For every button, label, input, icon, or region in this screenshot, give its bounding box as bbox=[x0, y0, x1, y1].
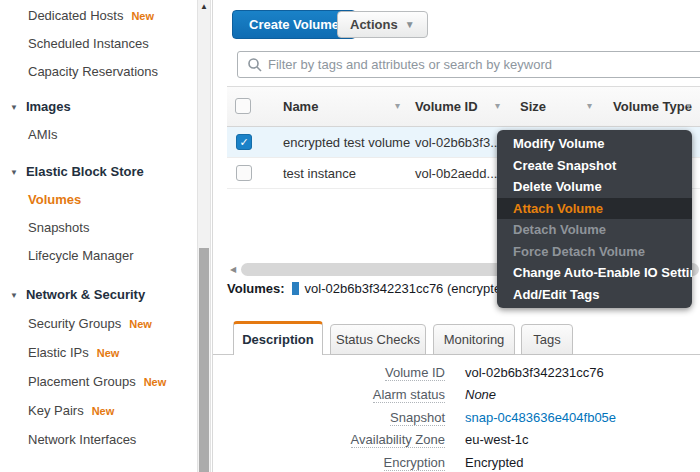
sidebar-item-capacity-reservations[interactable]: Capacity Reservations bbox=[28, 64, 158, 80]
menu-item-change-auto-enable-io[interactable]: Change Auto-Enable IO Setting bbox=[497, 262, 692, 284]
field-encryption: Encryption Encrypted bbox=[213, 454, 700, 472]
scroll-up-arrow-icon[interactable]: ▲ bbox=[198, 1, 210, 13]
tab-monitoring[interactable]: Monitoring bbox=[433, 324, 515, 355]
select-all-checkbox[interactable] bbox=[235, 98, 251, 114]
search-icon bbox=[247, 57, 263, 73]
sidebar-section-elastic-block-store[interactable]: ▼Elastic Block Store bbox=[10, 164, 144, 180]
sidebar: Dedicated HostsNew Scheduled Instances C… bbox=[0, 0, 197, 472]
sidebar-scrollbar[interactable]: ▲ bbox=[197, 0, 211, 472]
scroll-left-arrow-icon[interactable]: ◀ bbox=[227, 263, 239, 276]
sidebar-item-security-groups[interactable]: Security GroupsNew bbox=[28, 316, 152, 332]
filter-input[interactable] bbox=[268, 53, 699, 76]
field-alarm-status: Alarm status None bbox=[213, 386, 700, 408]
filter-bar bbox=[237, 51, 700, 78]
sidebar-item-dedicated-hosts[interactable]: Dedicated HostsNew bbox=[28, 8, 154, 24]
selection-marker-icon bbox=[292, 282, 299, 295]
sidebar-item-key-pairs[interactable]: Key PairsNew bbox=[28, 403, 114, 419]
cell-name: encrypted test volume bbox=[283, 135, 410, 150]
table-header: Name▾ Volume ID▾ Size▾ Volume Type▾ bbox=[227, 86, 700, 127]
tab-tags[interactable]: Tags bbox=[521, 324, 573, 355]
column-header-size[interactable]: Size bbox=[520, 99, 546, 114]
column-header-volume-type[interactable]: Volume Type bbox=[613, 99, 692, 114]
menu-item-modify-volume[interactable]: Modify Volume bbox=[497, 133, 692, 155]
column-header-name[interactable]: Name bbox=[283, 99, 318, 114]
tab-description[interactable]: Description bbox=[233, 321, 323, 355]
field-availability-zone: Availability Zone eu-west-1c bbox=[213, 431, 700, 453]
ec2-volumes-screen: Dedicated HostsNew Scheduled Instances C… bbox=[0, 0, 700, 472]
row-checkbox[interactable]: ✓ bbox=[236, 134, 252, 150]
collapse-triangle-icon: ▼ bbox=[10, 100, 18, 116]
sidebar-item-network-interfaces[interactable]: Network Interfaces bbox=[28, 432, 136, 448]
menu-item-delete-volume[interactable]: Delete Volume bbox=[497, 176, 692, 198]
chevron-down-icon: ▼ bbox=[405, 19, 415, 30]
selection-label: Volumes: bbox=[227, 281, 285, 296]
context-menu: Modify Volume Create Snapshot Delete Vol… bbox=[497, 130, 692, 308]
column-header-volume-id[interactable]: Volume ID bbox=[415, 99, 478, 114]
sidebar-section-network-security[interactable]: ▼Network & Security bbox=[10, 287, 145, 303]
sidebar-item-placement-groups[interactable]: Placement GroupsNew bbox=[28, 374, 166, 390]
new-badge: New bbox=[97, 347, 120, 359]
snapshot-link[interactable]: snap-0c483636e404fb05e bbox=[465, 409, 616, 426]
menu-item-detach-volume: Detach Volume bbox=[497, 219, 692, 241]
collapse-triangle-icon: ▼ bbox=[10, 288, 18, 304]
sidebar-item-snapshots[interactable]: Snapshots bbox=[28, 220, 89, 236]
field-snapshot: Snapshot snap-0c483636e404fb05e bbox=[213, 409, 700, 431]
menu-item-create-snapshot[interactable]: Create Snapshot bbox=[497, 155, 692, 177]
field-value: vol-02b6b3f342231cc76 bbox=[465, 364, 604, 381]
cell-volume-id: vol-02b6b3f3... bbox=[415, 135, 501, 150]
cell-volume-id: vol-0b2aedd... bbox=[415, 166, 497, 181]
actions-button[interactable]: Actions▼ bbox=[337, 11, 428, 38]
field-value: Encrypted bbox=[465, 454, 524, 471]
sort-caret-icon[interactable]: ▾ bbox=[495, 100, 500, 111]
row-checkbox[interactable] bbox=[236, 165, 252, 181]
new-badge: New bbox=[92, 405, 115, 417]
description-panel: Volume ID vol-02b6b3f342231cc76 Alarm st… bbox=[213, 364, 700, 472]
new-badge: New bbox=[131, 10, 154, 22]
cell-name: test instance bbox=[283, 166, 356, 181]
scrollbar-thumb[interactable] bbox=[199, 248, 209, 472]
sort-caret-icon[interactable]: ▾ bbox=[395, 100, 400, 111]
sort-caret-icon[interactable]: ▾ bbox=[587, 100, 592, 111]
sidebar-section-images[interactable]: ▼Images bbox=[10, 99, 71, 115]
field-value: None bbox=[465, 386, 496, 403]
sidebar-item-scheduled-instances[interactable]: Scheduled Instances bbox=[28, 36, 149, 52]
sort-caret-icon[interactable]: ▾ bbox=[686, 100, 691, 111]
menu-item-force-detach-volume: Force Detach Volume bbox=[497, 241, 692, 263]
sidebar-item-volumes[interactable]: Volumes bbox=[28, 192, 81, 208]
menu-item-attach-volume[interactable]: Attach Volume bbox=[497, 198, 692, 220]
collapse-triangle-icon: ▼ bbox=[10, 165, 18, 181]
menu-item-add-edit-tags[interactable]: Add/Edit Tags bbox=[497, 284, 692, 306]
sidebar-item-amis[interactable]: AMIs bbox=[28, 127, 58, 143]
field-volume-id: Volume ID vol-02b6b3f342231cc76 bbox=[213, 364, 700, 386]
new-badge: New bbox=[144, 376, 167, 388]
field-value: eu-west-1c bbox=[465, 431, 529, 448]
sidebar-item-elastic-ips[interactable]: Elastic IPsNew bbox=[28, 345, 119, 361]
new-badge: New bbox=[129, 318, 152, 330]
tab-status-checks[interactable]: Status Checks bbox=[330, 324, 426, 355]
sidebar-item-lifecycle-manager[interactable]: Lifecycle Manager bbox=[28, 248, 134, 264]
